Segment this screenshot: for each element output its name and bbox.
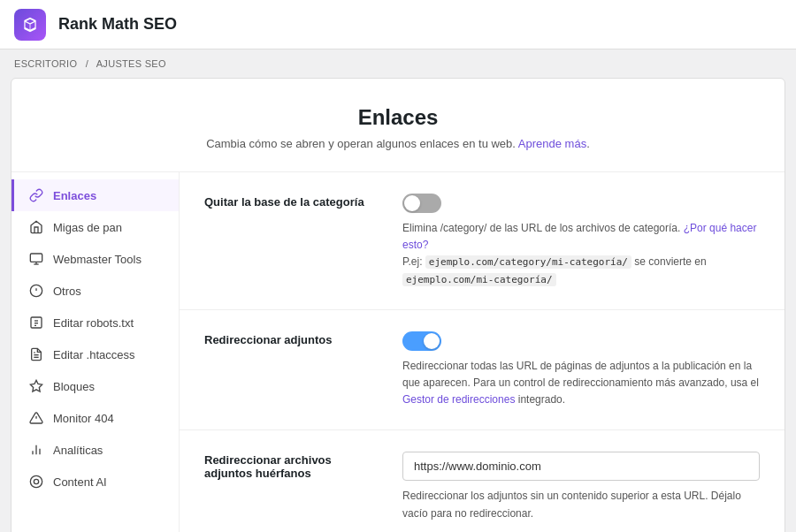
sidebar-label-monitor404: Monitor 404 [53, 412, 114, 425]
svg-rect-0 [30, 254, 42, 262]
setting-content-huerfanos: Redireccionar los adjuntos sin un conten… [402, 452, 760, 521]
sidebar-label-contentai: Content AI [53, 475, 107, 489]
toggle-slider-adjuntos [402, 331, 441, 351]
robots-icon [28, 315, 44, 331]
app-header: Rank Math SEO [0, 0, 796, 49]
contentai-icon [28, 474, 44, 490]
page-title: Enlaces [29, 105, 767, 130]
sidebar-label-bloques: Bloques [53, 380, 95, 393]
sidebar: Enlaces Migas de pan [11, 172, 180, 532]
link-icon [28, 187, 44, 203]
sidebar-item-bloques[interactable]: Bloques [11, 370, 179, 402]
breadcrumb-current: AJUSTES SEO [96, 58, 166, 69]
analiticas-icon [28, 442, 44, 458]
toggle-slider-quitar [402, 194, 441, 213]
rank-math-icon [21, 16, 39, 34]
sidebar-item-robots[interactable]: Editar robots.txt [11, 307, 179, 338]
sidebar-label-migas: Migas de pan [53, 221, 122, 234]
sidebar-label-robots: Editar robots.txt [53, 316, 134, 330]
webmaster-icon [28, 251, 44, 267]
sidebar-label-otros: Otros [53, 285, 81, 298]
otros-icon [28, 283, 44, 299]
page-description: Cambia cómo se abren y operan algunos en… [29, 137, 767, 150]
bloques-icon [28, 378, 44, 394]
setting-quitar-base: Quitar la base de la categoría Elimina /… [180, 172, 785, 310]
sidebar-item-enlaces[interactable]: Enlaces [11, 179, 179, 211]
sidebar-item-webmaster[interactable]: Webmaster Tools [11, 243, 179, 275]
sidebar-item-htaccess[interactable]: Editar .htaccess [11, 338, 179, 370]
breadcrumb-icon [28, 219, 44, 235]
svg-marker-12 [30, 380, 42, 391]
sidebar-item-migas[interactable]: Migas de pan [11, 211, 179, 243]
setting-content-quitar: Elimina /category/ de las URL de los arc… [402, 194, 760, 288]
setting-label-quitar: Quitar la base de la categoría [204, 194, 381, 209]
sidebar-label-webmaster: Webmaster Tools [53, 253, 142, 266]
svg-point-18 [30, 475, 42, 487]
app-logo [14, 9, 46, 41]
sidebar-item-analiticas[interactable]: Analíticas [11, 434, 179, 466]
breadcrumb-home: ESCRITORIO [14, 58, 77, 69]
setting-redireccionar-adjuntos: Redireccionar adjuntos Redireccionar tod… [180, 310, 785, 431]
page-header: Enlaces Cambia cómo se abren y operan al… [11, 79, 785, 172]
main-container: Enlaces Cambia cómo se abren y operan al… [11, 78, 785, 532]
url-input-huerfanos[interactable] [402, 452, 760, 481]
toggle-quitar-base[interactable] [402, 194, 441, 213]
sidebar-label-analiticas: Analíticas [53, 444, 103, 457]
htaccess-icon [28, 346, 44, 362]
monitor404-icon [28, 410, 44, 426]
sidebar-label-enlaces: Enlaces [53, 189, 96, 202]
settings-area: Quitar la base de la categoría Elimina /… [180, 172, 785, 532]
toggle-adjuntos[interactable] [402, 331, 441, 351]
setting-content-adjuntos: Redireccionar todas las URL de páginas d… [402, 331, 760, 409]
gestor-link[interactable]: Gestor de redirecciones [402, 393, 515, 406]
svg-point-19 [34, 479, 38, 483]
setting-desc-adjuntos: Redireccionar todas las URL de páginas d… [402, 358, 760, 409]
sidebar-item-otros[interactable]: Otros [11, 275, 179, 307]
example-after: ejemplo.com/mi-categoría/ [402, 273, 556, 286]
setting-huerfanos: Redireccionar archivos adjuntos huérfano… [180, 430, 785, 532]
setting-desc-huerfanos: Redireccionar los adjuntos sin un conten… [402, 488, 760, 521]
sidebar-label-htaccess: Editar .htaccess [53, 348, 135, 361]
sidebar-item-monitor404[interactable]: Monitor 404 [11, 402, 179, 434]
content-layout: Enlaces Migas de pan [11, 172, 785, 532]
app-title: Rank Math SEO [58, 15, 177, 34]
breadcrumb: ESCRITORIO / AJUSTES SEO [0, 49, 796, 78]
learn-more-link[interactable]: Aprende más [518, 137, 586, 150]
setting-label-adjuntos: Redireccionar adjuntos [204, 331, 381, 346]
setting-label-huerfanos: Redireccionar archivos adjuntos huérfano… [204, 452, 381, 480]
example-before: ejemplo.com/category/mi-categoría/ [425, 255, 631, 269]
sidebar-item-contentai[interactable]: Content AI [11, 466, 179, 498]
breadcrumb-sep: / [86, 58, 88, 69]
setting-desc-quitar: Elimina /category/ de las URL de los arc… [402, 220, 760, 288]
